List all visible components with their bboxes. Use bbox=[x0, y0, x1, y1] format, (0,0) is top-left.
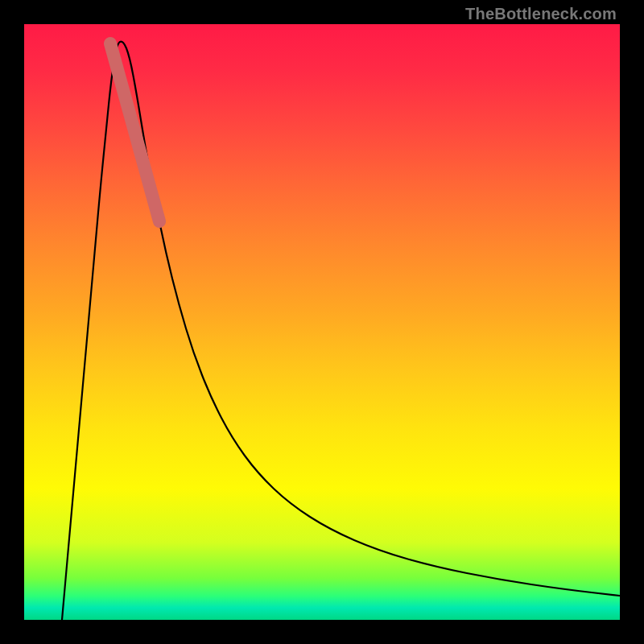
chart-frame: TheBottleneck.com bbox=[0, 0, 644, 644]
highlight-segment bbox=[110, 43, 159, 221]
plot-area bbox=[24, 24, 620, 620]
chart-svg bbox=[24, 24, 620, 620]
watermark-text: TheBottleneck.com bbox=[465, 5, 617, 23]
bottleneck-curve bbox=[62, 42, 620, 620]
